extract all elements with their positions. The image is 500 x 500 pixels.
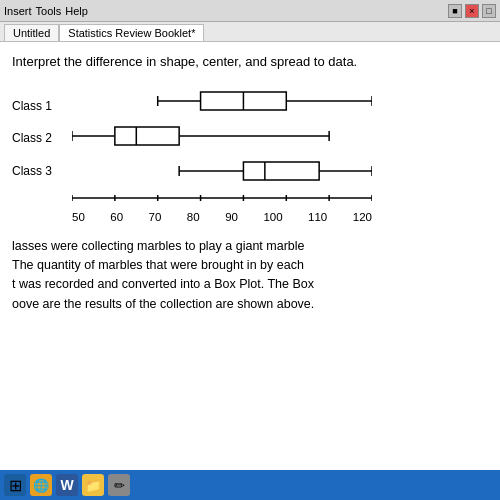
tab-bar: Untitled Statistics Review Booklet* [0,22,500,42]
window-controls: ■ × □ [448,4,496,18]
word-icon[interactable]: W [56,474,78,496]
menu-insert[interactable]: Insert [4,5,32,17]
boxplot-svg [72,86,372,206]
class2-label: Class 2 [12,132,52,144]
intro-text: Interpret the difference in shape, cente… [12,52,488,72]
svg-rect-16 [115,127,179,145]
class3-label: Class 3 [12,165,52,177]
svg-rect-22 [243,162,319,180]
close-button[interactable]: × [465,4,479,18]
axis-labels: 50 60 70 80 90 100 110 120 [72,211,372,223]
browser-icon[interactable]: 🌐 [30,474,52,496]
maximize-button[interactable]: □ [482,4,496,18]
class1-label: Class 1 [12,100,52,112]
tab-statistics[interactable]: Statistics Review Booklet* [59,24,204,41]
bottom-text: lasses were collecting marbles to play a… [12,237,488,315]
tab-untitled[interactable]: Untitled [4,24,59,41]
start-button[interactable]: ⊞ [4,474,26,496]
boxplot-container: Class 1 Class 2 Class 3 50 60 70 80 90 1… [12,86,488,223]
main-content: Interpret the difference in shape, cente… [0,42,500,322]
class-labels: Class 1 Class 2 Class 3 [12,86,52,196]
menu-tools[interactable]: Tools [36,5,62,17]
minimize-button[interactable]: ■ [448,4,462,18]
menu-help[interactable]: Help [65,5,88,17]
pencil-icon[interactable]: ✏ [108,474,130,496]
menu-bar: Insert Tools Help [4,5,88,17]
folder-icon[interactable]: 📁 [82,474,104,496]
taskbar: ⊞ 🌐 W 📁 ✏ [0,470,500,500]
browser-chrome: Insert Tools Help ■ × □ [0,0,500,22]
